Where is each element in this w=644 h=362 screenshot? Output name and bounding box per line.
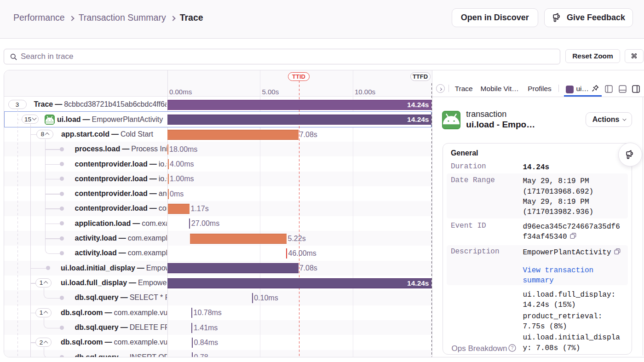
svg-text:?: ? (511, 345, 514, 351)
